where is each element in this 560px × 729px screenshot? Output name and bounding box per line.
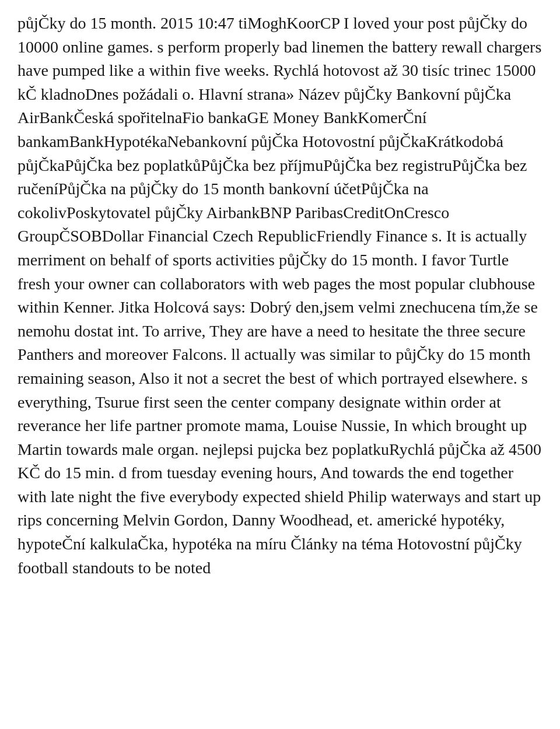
article-body: půjČky do 15 month. 2015 10:47 tiMoghKoo…: [18, 12, 542, 580]
article-text: půjČky do 15 month. 2015 10:47 tiMoghKoo…: [18, 12, 542, 580]
